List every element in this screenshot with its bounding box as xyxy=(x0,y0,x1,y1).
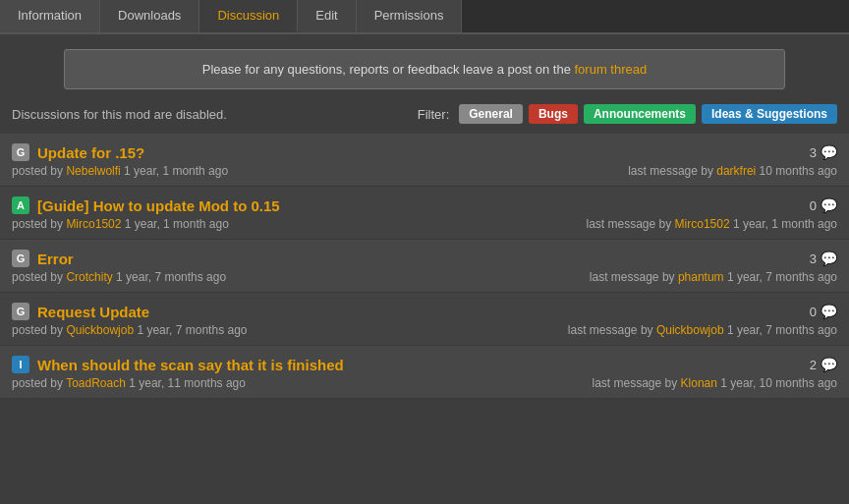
chat-icon: 💬 xyxy=(821,144,837,160)
category-badge: G xyxy=(12,250,29,267)
filter-bugs[interactable]: Bugs xyxy=(529,104,578,124)
post-info: posted by ToadRoach 1 year, 11 months ag… xyxy=(12,376,246,390)
posted-time: 1 year, 1 month ago xyxy=(121,164,228,178)
discussion-row: G Request Update 0 💬 posted by Quickbowj… xyxy=(0,293,849,346)
filter-bar: Filter: General Bugs Announcements Ideas… xyxy=(418,104,837,124)
last-msg-label: last message by xyxy=(590,270,678,284)
filter-ideas[interactable]: Ideas & Suggestions xyxy=(702,104,837,124)
last-message-info: last message by phantum 1 year, 7 months… xyxy=(590,270,837,284)
last-msg-time: 10 months ago xyxy=(756,164,837,178)
last-msg-time: 1 year, 1 month ago xyxy=(730,217,837,231)
chat-icon: 💬 xyxy=(821,197,837,213)
filter-announcements[interactable]: Announcements xyxy=(584,104,696,124)
last-msg-user[interactable]: darkfrei xyxy=(716,164,756,178)
last-msg-label: last message by xyxy=(587,217,675,231)
last-msg-time: 1 year, 7 months ago xyxy=(724,323,837,337)
row-top: I When should the scan say that it is fi… xyxy=(12,356,837,373)
filter-label: Filter: xyxy=(418,107,450,122)
posted-by-label: posted by xyxy=(12,270,66,284)
last-msg-user[interactable]: phantum xyxy=(678,270,724,284)
reply-count: 3 💬 xyxy=(810,251,837,266)
post-info: posted by Mirco1502 1 year, 1 month ago xyxy=(12,217,229,231)
last-message-info: last message by Klonan 1 year, 10 months… xyxy=(592,376,837,390)
posted-by-label: posted by xyxy=(12,164,66,178)
row-top: G Request Update 0 💬 xyxy=(12,303,837,320)
last-msg-label: last message by xyxy=(628,164,716,178)
row-top: G Update for .15? 3 💬 xyxy=(12,143,837,161)
last-msg-time: 1 year, 10 months ago xyxy=(717,376,837,390)
row-left: G Update for .15? xyxy=(12,143,144,161)
posted-time: 1 year, 7 months ago xyxy=(134,323,247,337)
poster-name[interactable]: ToadRoach xyxy=(66,376,126,390)
last-message-info: last message by Mirco1502 1 year, 1 mont… xyxy=(587,217,837,231)
reply-count: 3 💬 xyxy=(810,144,837,160)
last-msg-user[interactable]: Klonan xyxy=(681,376,717,390)
discussion-title[interactable]: [Guide] How to update Mod to 0.15 xyxy=(37,197,280,214)
poster-name[interactable]: Mirco1502 xyxy=(66,217,121,231)
row-left: I When should the scan say that it is fi… xyxy=(12,356,344,373)
post-info: posted by Nebelwolfi 1 year, 1 month ago xyxy=(12,164,228,178)
row-left: G Request Update xyxy=(12,303,149,320)
discussion-row: A [Guide] How to update Mod to 0.15 0 💬 … xyxy=(0,187,849,240)
discussion-row: G Error 3 💬 posted by Crotchity 1 year, … xyxy=(0,240,849,293)
last-msg-time: 1 year, 7 months ago xyxy=(724,270,837,284)
category-badge: G xyxy=(12,143,29,161)
posted-time: 1 year, 7 months ago xyxy=(113,270,226,284)
discussion-list: G Update for .15? 3 💬 posted by Nebelwol… xyxy=(0,134,849,399)
reply-count: 2 💬 xyxy=(810,357,837,372)
last-message-info: last message by darkfrei 10 months ago xyxy=(628,164,837,178)
reply-number: 0 xyxy=(810,305,817,319)
post-info: posted by Crotchity 1 year, 7 months ago xyxy=(12,270,226,284)
row-left: A [Guide] How to update Mod to 0.15 xyxy=(12,196,280,214)
reply-number: 3 xyxy=(810,252,817,266)
last-msg-user[interactable]: Mirco1502 xyxy=(675,217,730,231)
forum-thread-link[interactable]: forum thread xyxy=(574,62,647,77)
discussion-title[interactable]: Update for .15? xyxy=(37,144,144,161)
row-bottom: posted by ToadRoach 1 year, 11 months ag… xyxy=(12,376,837,390)
row-bottom: posted by Mirco1502 1 year, 1 month ago … xyxy=(12,217,837,231)
reply-count: 0 💬 xyxy=(810,304,837,319)
chat-icon: 💬 xyxy=(821,357,837,372)
reply-number: 3 xyxy=(810,145,817,160)
row-bottom: posted by Quickbowjob 1 year, 7 months a… xyxy=(12,323,837,337)
discussion-title[interactable]: Request Update xyxy=(37,304,149,320)
disabled-notice: Discussions for this mod are disabled. xyxy=(12,107,227,122)
discussion-row: G Update for .15? 3 💬 posted by Nebelwol… xyxy=(0,134,849,187)
last-message-info: last message by Quickbowjob 1 year, 7 mo… xyxy=(568,323,837,337)
poster-name[interactable]: Quickbowjob xyxy=(66,323,134,337)
discussion-title[interactable]: Error xyxy=(37,251,74,267)
category-badge: G xyxy=(12,303,29,320)
last-msg-user[interactable]: Quickbowjob xyxy=(656,323,724,337)
row-top: A [Guide] How to update Mod to 0.15 0 💬 xyxy=(12,196,837,214)
row-left: G Error xyxy=(12,250,74,267)
tab-information[interactable]: Information xyxy=(0,0,100,32)
tab-discussion[interactable]: Discussion xyxy=(199,0,298,32)
reply-count: 0 💬 xyxy=(810,197,837,213)
tab-permissions[interactable]: Permissions xyxy=(357,0,463,32)
tab-edit[interactable]: Edit xyxy=(298,0,356,32)
discussion-title[interactable]: When should the scan say that it is fini… xyxy=(37,357,344,373)
poster-name[interactable]: Crotchity xyxy=(66,270,112,284)
category-badge: A xyxy=(12,196,29,214)
filter-general[interactable]: General xyxy=(459,104,523,124)
category-badge: I xyxy=(12,356,29,373)
chat-icon: 💬 xyxy=(821,251,837,266)
post-info: posted by Quickbowjob 1 year, 7 months a… xyxy=(12,323,247,337)
posted-by-label: posted by xyxy=(12,217,66,231)
row-bottom: posted by Nebelwolfi 1 year, 1 month ago… xyxy=(12,164,837,178)
posted-time: 1 year, 11 months ago xyxy=(126,376,246,390)
poster-name[interactable]: Nebelwolfi xyxy=(66,164,120,178)
posted-by-label: posted by xyxy=(12,323,66,337)
last-msg-label: last message by xyxy=(568,323,656,337)
posted-time: 1 year, 1 month ago xyxy=(121,217,228,231)
chat-icon: 💬 xyxy=(821,304,837,319)
posted-by-label: posted by xyxy=(12,376,66,390)
notice-text-before: Please for any questions, reports or fee… xyxy=(202,62,575,77)
tab-downloads[interactable]: Downloads xyxy=(100,0,199,32)
notice-box: Please for any questions, reports or fee… xyxy=(64,49,785,89)
reply-number: 0 xyxy=(810,198,817,213)
last-msg-label: last message by xyxy=(592,376,680,390)
reply-number: 2 xyxy=(810,358,817,372)
tab-bar: Information Downloads Discussion Edit Pe… xyxy=(0,0,849,34)
row-bottom: posted by Crotchity 1 year, 7 months ago… xyxy=(12,270,837,284)
